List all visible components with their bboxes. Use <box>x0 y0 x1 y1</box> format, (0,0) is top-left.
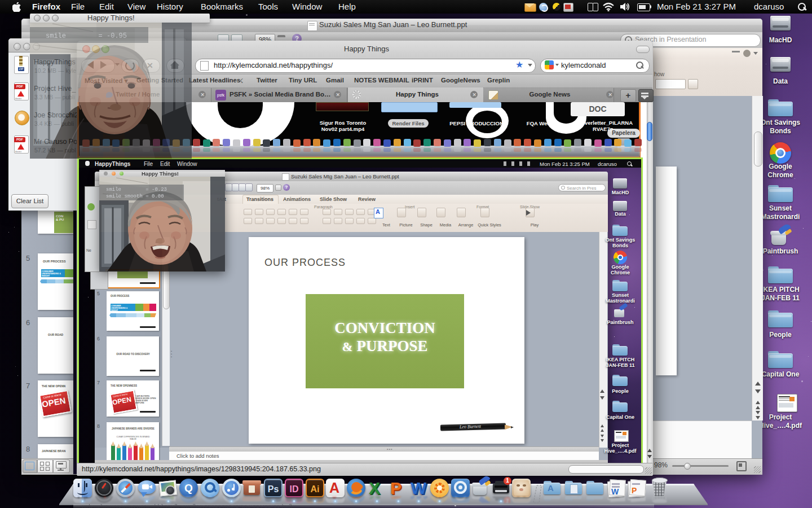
svg-text:smile = -0.95: smile = -0.95 <box>46 32 127 40</box>
svg-text:smile = -0.23: smile = -0.23 <box>106 187 167 192</box>
svg-text:smile smooth = 0.00: smile smooth = 0.00 <box>106 194 164 199</box>
